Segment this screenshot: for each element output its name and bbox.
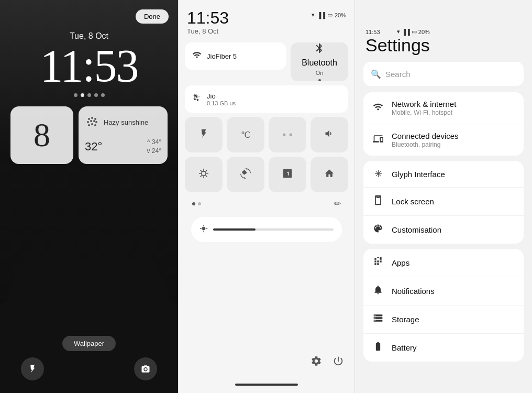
- qs-page-indicator: [192, 202, 201, 205]
- qs-row-4: [185, 157, 348, 192]
- weather-temps: 32° ^ 34° v 24°: [85, 138, 161, 156]
- lock-bottom-actions: [0, 357, 178, 380]
- qs-home-tile[interactable]: [311, 157, 348, 192]
- qs-settings-button[interactable]: [311, 355, 322, 370]
- settings-header: 11:53 ▾ ▐▐ ▭ 20% Settings: [355, 0, 532, 62]
- svg-point-0: [88, 118, 90, 120]
- apps-item-text: Apps: [392, 258, 515, 267]
- svg-point-6: [95, 121, 97, 123]
- qs-bluetooth-tile[interactable]: Bluetooth On: [291, 42, 348, 81]
- search-placeholder-text: Search: [385, 70, 411, 79]
- settings-item-devices[interactable]: Connected devices Bluetooth, pairing: [363, 124, 524, 156]
- notifications-icon: [372, 285, 384, 298]
- qs-power-button[interactable]: [332, 355, 344, 370]
- lock-page-dots: [74, 93, 105, 97]
- svg-point-4: [90, 120, 92, 122]
- wifi-label: JioFiber 5: [207, 52, 237, 60]
- svg-point-5: [93, 120, 95, 122]
- qs-dot-2: [198, 202, 201, 205]
- lock-dot-2: [81, 93, 84, 97]
- volume-tile-icon: [324, 128, 335, 141]
- svg-point-2: [94, 118, 96, 120]
- settings-item-notifications[interactable]: Notifications: [363, 277, 524, 305]
- mobile-label: Jio: [207, 92, 236, 100]
- bluetooth-tile-icon: [314, 42, 325, 56]
- svg-point-9: [94, 124, 96, 126]
- network-sub: Mobile, Wi-Fi, hotspot: [392, 109, 515, 116]
- qs-mobile-tile[interactable]: Jio 0.13 GB us: [185, 85, 348, 113]
- glyph-item-text: Glyph Interface: [392, 170, 515, 179]
- qs-tiles-container: JioFiber 5 Bluetooth On Jio 0.13 GB: [179, 39, 354, 347]
- wifi-tile-text: JioFiber 5: [207, 52, 237, 60]
- settings-item-glyph[interactable]: ✳ Glyph Interface: [363, 161, 524, 188]
- dot-tile-icon: • •: [282, 129, 293, 141]
- qs-flashlight-tile[interactable]: [185, 117, 223, 152]
- weather-top: Hazy sunshine: [85, 115, 161, 129]
- bluetooth-tile-label: Bluetooth: [302, 58, 337, 68]
- qs-brightness-slider[interactable]: [191, 217, 342, 242]
- settings-group-interface: ✳ Glyph Interface Lock screen Customisa: [363, 161, 524, 244]
- settings-group-system: Apps Notifications Storage: [363, 249, 524, 362]
- storage-icon: [372, 313, 384, 326]
- settings-item-storage[interactable]: Storage: [363, 305, 524, 334]
- settings-panel: 11:53 ▾ ▐▐ ▭ 20% Settings 🔍 Search Netwo…: [355, 0, 532, 393]
- brightness-tile-icon: [198, 168, 209, 181]
- lock-widgets: 8: [10, 106, 168, 164]
- lock-screen-panel: Done Tue, 8 Oct 11:53 8: [0, 0, 178, 393]
- qs-time-date: 11:53 Tue, 8 Oct: [187, 9, 229, 35]
- flashlight-button[interactable]: [21, 357, 44, 380]
- flashlight-tile-icon: [198, 128, 209, 141]
- battery-label: Battery: [392, 343, 515, 352]
- done-button[interactable]: Done: [136, 9, 169, 24]
- wallpaper-button[interactable]: Wallpaper: [62, 336, 116, 351]
- brightness-fill: [213, 228, 256, 231]
- weather-range: ^ 34° v 24°: [147, 138, 161, 156]
- qs-unknown-tile[interactable]: • •: [269, 117, 306, 152]
- qs-wifi-tile[interactable]: JioFiber 5: [185, 42, 286, 70]
- signal-icon: ▐▐: [317, 12, 325, 18]
- settings-battery-pct: 20%: [418, 29, 430, 35]
- weather-low: v 24°: [147, 147, 161, 156]
- settings-item-apps[interactable]: Apps: [363, 249, 524, 277]
- battery-icon: ▭: [327, 12, 332, 18]
- brightness-track: [213, 228, 334, 231]
- qs-nfc-tile[interactable]: [269, 157, 306, 192]
- glyph-icon: ✳: [372, 168, 384, 180]
- devices-label: Connected devices: [392, 132, 515, 140]
- widget-calendar: 8: [10, 106, 73, 164]
- customisation-icon: [372, 223, 384, 236]
- lock-time: 11:53: [40, 43, 138, 89]
- qs-temperature-tile[interactable]: ℃: [227, 117, 264, 152]
- settings-signal-icon: ▐▐: [402, 29, 410, 35]
- bluetooth-tile-sub: On: [316, 70, 324, 76]
- weather-icon: [85, 115, 99, 129]
- qs-rotate-tile[interactable]: [227, 157, 264, 192]
- rotate-tile-icon: [240, 168, 251, 181]
- storage-item-text: Storage: [392, 315, 515, 324]
- settings-search-bar[interactable]: 🔍 Search: [363, 62, 524, 86]
- settings-item-network[interactable]: Network & internet Mobile, Wi-Fi, hotspo…: [363, 92, 524, 124]
- settings-battery-icon: ▭: [412, 28, 417, 35]
- network-icon: [372, 102, 384, 115]
- network-label: Network & internet: [392, 100, 515, 108]
- quick-settings-panel: 11:53 Tue, 8 Oct ▾ ▐▐ ▭ 20% JioFiber 5: [178, 0, 355, 393]
- devices-item-text: Connected devices Bluetooth, pairing: [392, 132, 515, 148]
- wifi-status-icon: ▾: [312, 12, 315, 18]
- notifications-label: Notifications: [392, 287, 515, 296]
- settings-item-battery[interactable]: Battery: [363, 334, 524, 362]
- camera-button[interactable]: [134, 357, 157, 380]
- settings-item-lockscreen[interactable]: Lock screen: [363, 188, 524, 216]
- weather-high: ^ 34°: [147, 138, 161, 147]
- customisation-item-text: Customisation: [392, 225, 515, 234]
- qs-volume-tile[interactable]: [311, 117, 348, 152]
- lock-screen-icon: [372, 195, 384, 208]
- qs-edit-icon[interactable]: ✏: [334, 199, 341, 209]
- notifications-item-text: Notifications: [392, 287, 515, 296]
- qs-brightness-tile[interactable]: [185, 157, 223, 192]
- settings-group-connectivity: Network & internet Mobile, Wi-Fi, hotspo…: [363, 92, 524, 156]
- glyph-label: Glyph Interface: [392, 170, 515, 179]
- qs-nav-bar: [179, 380, 354, 393]
- settings-item-customisation[interactable]: Customisation: [363, 216, 524, 244]
- settings-list: Network & internet Mobile, Wi-Fi, hotspo…: [355, 92, 532, 393]
- settings-title-area: 11:53 ▾ ▐▐ ▭ 20% Settings: [365, 26, 430, 56]
